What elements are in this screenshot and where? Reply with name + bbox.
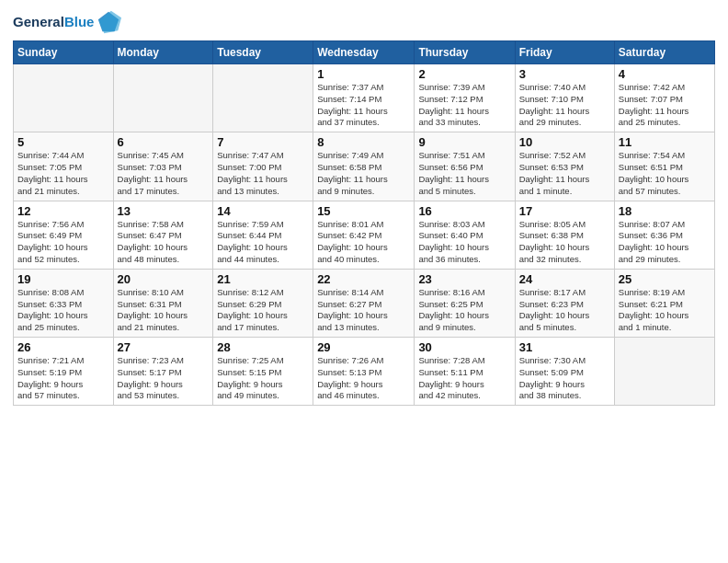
header: GeneralBlue	[13, 9, 715, 35]
calendar-cell: 13Sunrise: 7:58 AM Sunset: 6:47 PM Dayli…	[113, 201, 213, 269]
day-number: 10	[519, 135, 610, 149]
weekday-header-friday: Friday	[515, 41, 614, 64]
day-info: Sunrise: 7:37 AM Sunset: 7:14 PM Dayligh…	[317, 82, 410, 129]
calendar-cell: 5Sunrise: 7:44 AM Sunset: 7:05 PM Daylig…	[14, 132, 114, 201]
day-info: Sunrise: 7:56 AM Sunset: 6:49 PM Dayligh…	[17, 219, 109, 266]
calendar-cell: 22Sunrise: 8:14 AM Sunset: 6:27 PM Dayli…	[313, 269, 415, 337]
day-number: 8	[317, 135, 410, 149]
day-info: Sunrise: 8:16 AM Sunset: 6:25 PM Dayligh…	[418, 287, 510, 334]
calendar-cell: 7Sunrise: 7:47 AM Sunset: 7:00 PM Daylig…	[213, 132, 313, 201]
day-number: 3	[519, 67, 610, 81]
week-row-2: 5Sunrise: 7:44 AM Sunset: 7:05 PM Daylig…	[14, 132, 715, 201]
day-info: Sunrise: 7:42 AM Sunset: 7:07 PM Dayligh…	[619, 82, 711, 129]
day-number: 31	[519, 340, 610, 354]
weekday-header-tuesday: Tuesday	[213, 41, 313, 64]
day-info: Sunrise: 8:08 AM Sunset: 6:33 PM Dayligh…	[17, 287, 109, 334]
day-info: Sunrise: 8:01 AM Sunset: 6:42 PM Dayligh…	[317, 219, 410, 266]
day-info: Sunrise: 7:28 AM Sunset: 5:11 PM Dayligh…	[418, 355, 510, 402]
calendar-cell: 12Sunrise: 7:56 AM Sunset: 6:49 PM Dayli…	[14, 201, 114, 269]
calendar-cell: 18Sunrise: 8:07 AM Sunset: 6:36 PM Dayli…	[614, 201, 714, 269]
day-number: 12	[17, 204, 109, 218]
calendar-cell: 4Sunrise: 7:42 AM Sunset: 7:07 PM Daylig…	[614, 64, 714, 132]
day-info: Sunrise: 7:58 AM Sunset: 6:47 PM Dayligh…	[118, 219, 210, 266]
day-number: 9	[418, 135, 510, 149]
calendar-cell: 3Sunrise: 7:40 AM Sunset: 7:10 PM Daylig…	[515, 64, 614, 132]
calendar-cell: 2Sunrise: 7:39 AM Sunset: 7:12 PM Daylig…	[415, 64, 515, 132]
calendar-cell: 29Sunrise: 7:26 AM Sunset: 5:13 PM Dayli…	[313, 338, 415, 406]
day-info: Sunrise: 7:26 AM Sunset: 5:13 PM Dayligh…	[317, 355, 410, 402]
day-number: 13	[118, 204, 210, 218]
calendar-cell: 21Sunrise: 8:12 AM Sunset: 6:29 PM Dayli…	[213, 269, 313, 337]
logo-text: GeneralBlue	[13, 14, 94, 30]
logo: GeneralBlue	[13, 9, 121, 35]
day-number: 28	[217, 340, 309, 354]
calendar-cell	[213, 64, 313, 132]
day-number: 16	[418, 204, 510, 218]
week-row-5: 26Sunrise: 7:21 AM Sunset: 5:19 PM Dayli…	[14, 338, 715, 406]
day-info: Sunrise: 8:05 AM Sunset: 6:38 PM Dayligh…	[519, 219, 610, 266]
week-row-1: 1Sunrise: 7:37 AM Sunset: 7:14 PM Daylig…	[14, 64, 715, 132]
day-info: Sunrise: 8:03 AM Sunset: 6:40 PM Dayligh…	[418, 219, 510, 266]
calendar-cell: 20Sunrise: 8:10 AM Sunset: 6:31 PM Dayli…	[113, 269, 213, 337]
day-info: Sunrise: 7:21 AM Sunset: 5:19 PM Dayligh…	[17, 355, 109, 402]
day-info: Sunrise: 7:47 AM Sunset: 7:00 PM Dayligh…	[217, 150, 309, 197]
day-number: 2	[418, 67, 510, 81]
weekday-header-saturday: Saturday	[614, 41, 714, 64]
day-number: 18	[619, 204, 711, 218]
calendar-cell: 24Sunrise: 8:17 AM Sunset: 6:23 PM Dayli…	[515, 269, 614, 337]
day-info: Sunrise: 8:10 AM Sunset: 6:31 PM Dayligh…	[118, 287, 210, 334]
day-number: 11	[619, 135, 711, 149]
calendar-cell: 25Sunrise: 8:19 AM Sunset: 6:21 PM Dayli…	[614, 269, 714, 337]
day-number: 7	[217, 135, 309, 149]
day-number: 21	[217, 272, 309, 286]
calendar-cell: 10Sunrise: 7:52 AM Sunset: 6:53 PM Dayli…	[515, 132, 614, 201]
day-info: Sunrise: 7:44 AM Sunset: 7:05 PM Dayligh…	[17, 150, 109, 197]
weekday-header-wednesday: Wednesday	[313, 41, 415, 64]
day-number: 24	[519, 272, 610, 286]
day-number: 1	[317, 67, 410, 81]
calendar-cell: 28Sunrise: 7:25 AM Sunset: 5:15 PM Dayli…	[213, 338, 313, 406]
day-number: 6	[118, 135, 210, 149]
logo-icon	[96, 9, 121, 35]
calendar-cell: 23Sunrise: 8:16 AM Sunset: 6:25 PM Dayli…	[415, 269, 515, 337]
calendar-cell: 17Sunrise: 8:05 AM Sunset: 6:38 PM Dayli…	[515, 201, 614, 269]
day-info: Sunrise: 8:17 AM Sunset: 6:23 PM Dayligh…	[519, 287, 610, 334]
calendar-cell: 27Sunrise: 7:23 AM Sunset: 5:17 PM Dayli…	[113, 338, 213, 406]
day-info: Sunrise: 7:49 AM Sunset: 6:58 PM Dayligh…	[317, 150, 410, 197]
day-info: Sunrise: 7:51 AM Sunset: 6:56 PM Dayligh…	[418, 150, 510, 197]
day-number: 15	[317, 204, 410, 218]
day-number: 29	[317, 340, 410, 354]
day-info: Sunrise: 8:19 AM Sunset: 6:21 PM Dayligh…	[619, 287, 711, 334]
day-info: Sunrise: 7:39 AM Sunset: 7:12 PM Dayligh…	[418, 82, 510, 129]
weekday-header-monday: Monday	[113, 41, 213, 64]
calendar-cell: 15Sunrise: 8:01 AM Sunset: 6:42 PM Dayli…	[313, 201, 415, 269]
day-number: 5	[17, 135, 109, 149]
calendar-cell: 16Sunrise: 8:03 AM Sunset: 6:40 PM Dayli…	[415, 201, 515, 269]
day-number: 27	[118, 340, 210, 354]
day-info: Sunrise: 7:59 AM Sunset: 6:44 PM Dayligh…	[217, 219, 309, 266]
calendar-cell	[614, 338, 714, 406]
day-number: 23	[418, 272, 510, 286]
calendar-cell: 30Sunrise: 7:28 AM Sunset: 5:11 PM Dayli…	[415, 338, 515, 406]
calendar-cell: 19Sunrise: 8:08 AM Sunset: 6:33 PM Dayli…	[14, 269, 114, 337]
day-number: 22	[317, 272, 410, 286]
calendar-cell	[14, 64, 114, 132]
calendar-cell: 6Sunrise: 7:45 AM Sunset: 7:03 PM Daylig…	[113, 132, 213, 201]
day-number: 19	[17, 272, 109, 286]
day-info: Sunrise: 7:52 AM Sunset: 6:53 PM Dayligh…	[519, 150, 610, 197]
calendar-cell: 1Sunrise: 7:37 AM Sunset: 7:14 PM Daylig…	[313, 64, 415, 132]
calendar-cell: 31Sunrise: 7:30 AM Sunset: 5:09 PM Dayli…	[515, 338, 614, 406]
day-info: Sunrise: 7:54 AM Sunset: 6:51 PM Dayligh…	[619, 150, 711, 197]
day-info: Sunrise: 8:12 AM Sunset: 6:29 PM Dayligh…	[217, 287, 309, 334]
calendar-cell: 14Sunrise: 7:59 AM Sunset: 6:44 PM Dayli…	[213, 201, 313, 269]
day-info: Sunrise: 8:07 AM Sunset: 6:36 PM Dayligh…	[619, 219, 711, 266]
day-info: Sunrise: 7:30 AM Sunset: 5:09 PM Dayligh…	[519, 355, 610, 402]
day-number: 17	[519, 204, 610, 218]
day-number: 20	[118, 272, 210, 286]
day-info: Sunrise: 7:25 AM Sunset: 5:15 PM Dayligh…	[217, 355, 309, 402]
day-info: Sunrise: 7:40 AM Sunset: 7:10 PM Dayligh…	[519, 82, 610, 129]
day-number: 30	[418, 340, 510, 354]
weekday-header-row: SundayMondayTuesdayWednesdayThursdayFrid…	[14, 41, 715, 64]
week-row-3: 12Sunrise: 7:56 AM Sunset: 6:49 PM Dayli…	[14, 201, 715, 269]
calendar-cell: 9Sunrise: 7:51 AM Sunset: 6:56 PM Daylig…	[415, 132, 515, 201]
